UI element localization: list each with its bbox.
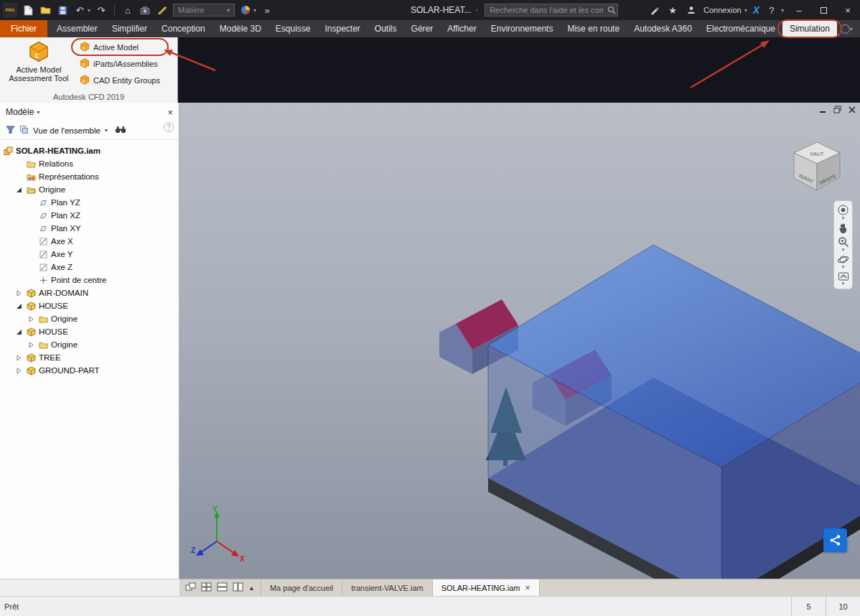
tree-item-11-air-domain[interactable]: AIR-DOMAIN <box>0 286 179 299</box>
tree-item-16-tree[interactable]: TREE <box>0 351 179 364</box>
ribbon-item-iparts-iassemblies[interactable]: CiParts/iAssemblies <box>76 57 164 70</box>
expander-closed-icon[interactable] <box>15 368 23 374</box>
tree-item-12-house[interactable]: HOUSE <box>0 299 179 312</box>
pan-button[interactable] <box>838 223 849 234</box>
tree-item-8-axe-y[interactable]: Axe Y <box>0 248 179 261</box>
search-icon[interactable] <box>607 6 616 16</box>
ribbon-item-active-model[interactable]: CActive Model <box>76 40 164 54</box>
help-button[interactable]: ? <box>765 4 778 17</box>
appearance-caret-icon[interactable]: ▾ <box>253 7 256 14</box>
tab-esquisse[interactable]: Esquisse <box>268 20 318 37</box>
tree-item-7-axe-x[interactable]: Axe X <box>0 235 179 248</box>
tree-item-3-origine[interactable]: Origine <box>0 183 179 196</box>
measure-button[interactable] <box>156 4 169 17</box>
tab-autodesk-a360[interactable]: Autodesk A360 <box>627 20 699 37</box>
full-navigation-wheel-button[interactable]: ▾ <box>837 204 849 220</box>
connexion-button[interactable]: Connexion <box>704 6 742 14</box>
expander-closed-icon[interactable] <box>27 316 35 322</box>
tree-item-10-point-de-centre[interactable]: Point de centre <box>0 274 179 286</box>
home-button[interactable]: ⌂ <box>121 4 134 17</box>
expander-closed-icon[interactable] <box>27 342 35 348</box>
browser-close-button[interactable]: × <box>167 107 173 118</box>
doc-minimize-button[interactable] <box>819 106 826 113</box>
new-file-button[interactable] <box>22 4 34 17</box>
viewcube[interactable]: HAUT AVANT DROITE <box>794 142 840 190</box>
tree-item-13-origine[interactable]: Origine <box>0 312 179 325</box>
open-button[interactable] <box>39 4 52 17</box>
undo-button[interactable]: ↶ <box>73 4 86 17</box>
tab-mod-le-3d[interactable]: Modèle 3D <box>212 20 268 37</box>
view-filter-icon[interactable] <box>19 125 29 136</box>
appearance-sphere-button[interactable] <box>239 4 252 17</box>
expander-open-icon[interactable] <box>15 303 23 309</box>
tree-item-17-ground-part[interactable]: GROUND-PART <box>0 364 179 377</box>
filter-funnel-icon[interactable] <box>6 125 15 136</box>
undo-caret-icon[interactable]: ▾ <box>88 7 90 14</box>
expander-open-icon[interactable] <box>15 329 23 335</box>
tree-item-5-plan-xz[interactable]: Plan XZ <box>0 209 179 222</box>
tab-mise-en-route[interactable]: Mise en route <box>560 20 627 37</box>
redo-button[interactable]: ↷ <box>95 4 108 17</box>
cascade-windows-icon[interactable] <box>185 582 196 594</box>
split-horizontal-icon[interactable] <box>217 582 228 594</box>
doc-tab-close-icon[interactable]: × <box>525 583 531 593</box>
doc-tab-transient-valve-iam[interactable]: transient-VALVE.iam <box>342 579 432 596</box>
tab-g-rer[interactable]: Gérer <box>404 20 441 37</box>
split-vertical-icon[interactable] <box>233 582 243 594</box>
active-model-assessment-tool-button[interactable]: C Active Model Assessment Tool <box>4 41 73 83</box>
share-button[interactable] <box>823 528 847 552</box>
tree-item-2-repr-sentations[interactable]: Représentations <box>0 170 179 183</box>
orbit-button[interactable]: ▾ <box>837 254 849 269</box>
tab-inspecter[interactable]: Inspecter <box>318 20 368 37</box>
tab-afficher[interactable]: Afficher <box>440 20 483 37</box>
look-caret-icon[interactable]: ▾ <box>842 281 845 286</box>
view-filter-label[interactable]: Vue de l'ensemble <box>33 126 101 135</box>
viewport-3d[interactable]: HAUT AVANT DROITE Y X Z <box>179 103 860 579</box>
tab-conception[interactable]: Conception <box>154 20 212 37</box>
doc-tab-ma-page-d-accueil[interactable]: Ma page d'accueil <box>261 579 342 596</box>
zoom-button[interactable]: ▾ <box>838 236 849 252</box>
browser-title-caret-icon[interactable]: ▾ <box>37 109 39 116</box>
favorites-star-icon[interactable]: ★ <box>666 4 679 17</box>
view-filter-caret-icon[interactable]: ▾ <box>105 127 108 134</box>
expander-closed-icon[interactable] <box>15 290 23 297</box>
tab-outils[interactable]: Outils <box>368 20 404 37</box>
look-at-button[interactable]: ▾ <box>838 271 849 286</box>
zoom-caret-icon[interactable]: ▾ <box>842 248 845 252</box>
doc-restore-button[interactable] <box>833 106 841 113</box>
maximize-button[interactable] <box>814 0 833 20</box>
tree-item-1-relations[interactable]: Relations <box>0 157 179 170</box>
ribbon-options-button[interactable]: ▾ <box>841 20 860 37</box>
tree-item-6-plan-xy[interactable]: Plan XY <box>0 222 179 235</box>
tree-item-14-house[interactable]: HOUSE <box>0 325 179 338</box>
capture-button[interactable] <box>139 4 151 17</box>
tab-simplifier[interactable]: Simplifier <box>105 20 154 37</box>
overflow-chevron-button[interactable]: » <box>261 4 274 17</box>
exchange-apps-icon[interactable]: X <box>753 4 759 16</box>
expand-tabbar-icon[interactable]: ▲ <box>248 584 255 592</box>
material-dropdown[interactable]: Matière ▾ <box>173 4 235 17</box>
tab-fichier[interactable]: Fichier <box>0 20 47 37</box>
tree-item-15-origine[interactable]: Origine <box>0 338 179 351</box>
tree-item-0-solar-heating-iam[interactable]: SOLAR-HEATING.iam <box>0 144 179 157</box>
help-search-input[interactable] <box>485 4 618 17</box>
browser-help-icon[interactable]: ? <box>164 122 174 132</box>
find-binoculars-icon[interactable] <box>115 126 126 135</box>
expander-open-icon[interactable] <box>15 187 23 193</box>
tab-assembler[interactable]: Assembler <box>50 20 105 37</box>
sign-pen-icon[interactable] <box>648 4 660 17</box>
tree-item-9-axe-z[interactable]: Axe Z <box>0 261 179 274</box>
tab-electrom-canique[interactable]: Electromécanique <box>699 20 782 37</box>
doc-close-button[interactable] <box>849 106 856 113</box>
doc-tab-solar-heating-iam[interactable]: SOLAR-HEATING.iam× <box>433 579 540 596</box>
tab-simulation[interactable]: Simulation <box>782 20 837 37</box>
orbit-caret-icon[interactable]: ▾ <box>842 265 845 269</box>
help-caret-icon[interactable]: ▾ <box>781 7 784 14</box>
wheel-caret-icon[interactable]: ▾ <box>842 216 845 220</box>
ribbon-item-cad-entity-groups[interactable]: CCAD Entity Groups <box>76 73 164 87</box>
minimize-button[interactable]: – <box>790 0 808 20</box>
save-button[interactable] <box>56 4 69 17</box>
tile-windows-icon[interactable] <box>201 582 212 594</box>
title-breadcrumb-arrow-icon[interactable]: › <box>475 7 477 14</box>
tree-item-4-plan-yz[interactable]: Plan YZ <box>0 196 179 209</box>
